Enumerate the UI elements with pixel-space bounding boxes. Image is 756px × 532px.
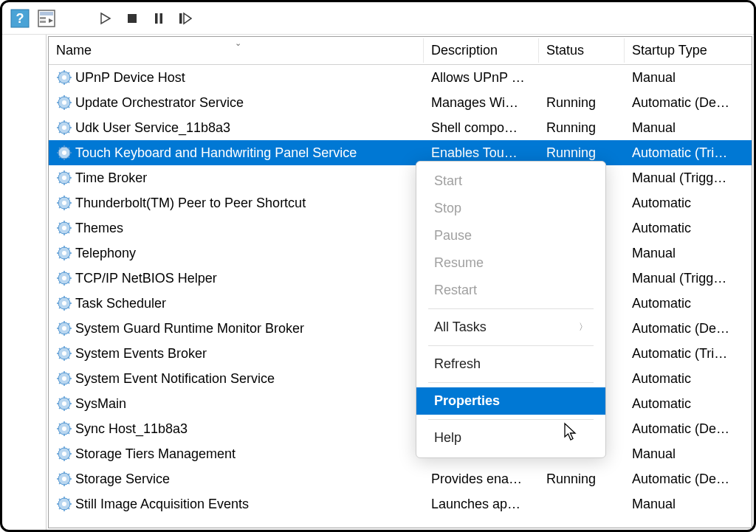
tree-pane[interactable]: [2, 35, 47, 530]
svg-rect-11: [179, 13, 182, 24]
header-startup-type[interactable]: Startup Type: [625, 38, 752, 63]
header-status[interactable]: Status: [539, 38, 625, 63]
table-row[interactable]: UPnP Device HostAllows UPnP …Manual: [49, 65, 752, 90]
gear-icon: [56, 270, 72, 286]
svg-line-89: [59, 248, 61, 249]
svg-line-150: [68, 407, 69, 409]
service-status: Running: [539, 94, 625, 112]
service-status: [539, 76, 625, 79]
service-name: Thunderbolt(TM) Peer to Peer Shortcut: [75, 196, 306, 211]
svg-line-162: [68, 424, 69, 425]
svg-line-52: [68, 148, 69, 149]
svg-line-159: [59, 424, 61, 425]
svg-line-39: [59, 122, 61, 124]
svg-line-129: [59, 348, 61, 350]
table-row[interactable]: System Events BrokerAutomatic (Tri…: [49, 341, 752, 366]
svg-line-29: [59, 97, 61, 99]
table-row[interactable]: System Guard Runtime Monitor BrokerAutom…: [49, 316, 752, 341]
service-name: SysMain: [75, 396, 126, 412]
start-service-button[interactable]: [94, 7, 117, 30]
service-name: System Events Broker: [75, 346, 207, 362]
table-row[interactable]: Still Image Acquisition EventsLaunches a…: [49, 491, 752, 517]
svg-line-182: [68, 474, 69, 475]
svg-line-62: [68, 173, 69, 174]
svg-marker-12: [184, 13, 191, 24]
svg-line-180: [68, 483, 69, 484]
service-startup-type: Automatic: [625, 294, 752, 313]
menu-pause[interactable]: Pause: [416, 222, 605, 249]
gear-icon: [56, 395, 72, 412]
menu-help[interactable]: Help: [416, 424, 605, 452]
svg-point-54: [62, 176, 66, 180]
svg-line-71: [59, 207, 61, 208]
table-row[interactable]: Touch Keyboard and Handwriting Panel Ser…: [49, 140, 752, 165]
restart-service-button[interactable]: [173, 7, 197, 30]
menu-properties[interactable]: Properties: [416, 387, 605, 415]
table-row[interactable]: Udk User Service_11b8a3Shell compo…Runni…: [49, 115, 752, 140]
menu-separator: [428, 382, 594, 383]
table-row[interactable]: TCP/IP NetBIOS HelperManual (Trigg…: [49, 266, 752, 291]
table-row[interactable]: Storage ServiceProvides ena…RunningAutom…: [49, 466, 752, 491]
svg-point-24: [62, 100, 66, 105]
service-startup-type: Manual: [625, 495, 752, 514]
table-row[interactable]: SysMainAutomatic: [49, 391, 752, 416]
svg-line-100: [68, 282, 69, 283]
service-name: System Guard Runtime Monitor Broker: [75, 321, 304, 336]
svg-line-192: [68, 499, 69, 500]
gear-icon: [56, 195, 72, 211]
menu-resume[interactable]: Resume: [416, 249, 605, 277]
gear-icon: [56, 69, 72, 86]
svg-line-32: [68, 97, 69, 99]
service-name: Touch Keyboard and Handwriting Panel Ser…: [75, 145, 357, 161]
context-menu: Start Stop Pause Resume Restart All Task…: [416, 161, 606, 458]
menu-stop[interactable]: Stop: [416, 195, 605, 222]
service-name: Themes: [75, 221, 123, 236]
svg-line-181: [59, 483, 61, 484]
svg-line-42: [68, 122, 69, 124]
svg-line-160: [68, 432, 69, 434]
gear-icon: [56, 320, 72, 336]
table-row[interactable]: Time BrokerManual (Trigg…: [49, 165, 752, 190]
svg-line-79: [59, 223, 61, 224]
preview-pane-button[interactable]: [35, 7, 58, 30]
table-row[interactable]: System Event Notification ServiceAutomat…: [49, 366, 752, 391]
table-row[interactable]: Sync Host_11b8a3Automatic (De…: [49, 416, 752, 441]
table-row[interactable]: ThemesAutomatic: [49, 215, 752, 241]
svg-line-31: [59, 106, 61, 108]
svg-point-14: [62, 75, 66, 80]
service-status: [539, 502, 625, 505]
svg-point-64: [62, 201, 66, 205]
pause-service-button[interactable]: [147, 7, 171, 30]
stop-service-button[interactable]: [120, 7, 144, 30]
svg-line-130: [68, 357, 69, 359]
table-row[interactable]: Storage Tiers ManagementManual: [49, 441, 752, 466]
svg-point-124: [62, 351, 66, 356]
svg-line-131: [59, 357, 61, 359]
service-description: Shell compo…: [424, 119, 539, 137]
table-row[interactable]: Task SchedulerAutomatic: [49, 291, 752, 316]
svg-line-101: [59, 282, 61, 283]
service-startup-type: Automatic (De…: [625, 94, 752, 112]
svg-line-102: [68, 273, 69, 274]
svg-line-141: [59, 382, 61, 384]
table-row[interactable]: Update Orchestrator ServiceManages Wi…Ru…: [49, 90, 752, 115]
menu-restart[interactable]: Restart: [416, 277, 605, 304]
svg-line-169: [59, 449, 61, 450]
svg-line-60: [68, 182, 69, 183]
svg-point-74: [62, 226, 66, 230]
svg-line-112: [68, 298, 69, 300]
menu-start[interactable]: Start: [416, 167, 605, 195]
menu-all-tasks[interactable]: All Tasks〉: [416, 314, 605, 341]
table-row[interactable]: Thunderbolt(TM) Peer to Peer ShortcutAut…: [49, 190, 752, 215]
table-row[interactable]: TelephonyManual: [49, 241, 752, 266]
svg-point-144: [62, 401, 66, 406]
header-description[interactable]: Description: [424, 38, 539, 63]
gear-icon: [56, 496, 72, 512]
service-name: Time Broker: [75, 170, 147, 186]
menu-refresh[interactable]: Refresh: [416, 350, 605, 378]
help-button[interactable]: ?: [8, 7, 32, 30]
gear-icon: [56, 471, 72, 487]
svg-line-49: [59, 148, 61, 149]
service-startup-type: Automatic: [625, 194, 752, 213]
svg-line-19: [59, 72, 61, 74]
